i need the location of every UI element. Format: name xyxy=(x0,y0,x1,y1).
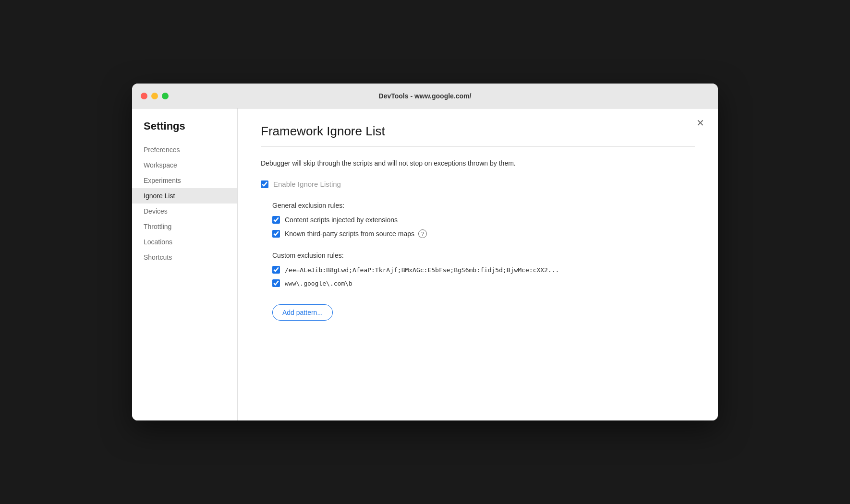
custom-exclusion-section: Custom exclusion rules: /ee=ALeJib:B8gLw… xyxy=(261,252,695,287)
custom-rule-2-checkbox[interactable] xyxy=(272,279,280,287)
maximize-traffic-light[interactable] xyxy=(162,93,169,99)
titlebar-title: DevTools - www.google.com/ xyxy=(379,92,472,100)
sidebar-item-workspace[interactable]: Workspace xyxy=(132,157,237,173)
sidebar-item-ignore-list[interactable]: Ignore List xyxy=(132,188,237,204)
content-scripts-checkbox[interactable] xyxy=(272,216,280,224)
enable-ignore-listing-row: Enable Ignore Listing xyxy=(261,180,695,188)
sidebar-item-shortcuts[interactable]: Shortcuts xyxy=(132,250,237,265)
sidebar-item-devices[interactable]: Devices xyxy=(132,204,237,219)
known-third-party-checkbox[interactable] xyxy=(272,230,280,238)
known-third-party-label[interactable]: Known third-party scripts from source ma… xyxy=(285,229,427,238)
general-exclusion-section: General exclusion rules: Content scripts… xyxy=(261,202,695,238)
devtools-window: DevTools - www.google.com/ Settings Pref… xyxy=(132,84,718,420)
general-exclusion-label: General exclusion rules: xyxy=(272,202,695,209)
content-scripts-label[interactable]: Content scripts injected by extensions xyxy=(285,216,398,224)
window-content: Settings Preferences Workspace Experimen… xyxy=(132,108,718,420)
titlebar: DevTools - www.google.com/ xyxy=(132,84,718,108)
sidebar-item-experiments[interactable]: Experiments xyxy=(132,173,237,188)
sidebar-heading: Settings xyxy=(132,120,237,132)
page-title: Framework Ignore List xyxy=(261,124,695,139)
close-traffic-light[interactable] xyxy=(141,93,147,99)
main-content: ✕ Framework Ignore List Debugger will sk… xyxy=(238,108,718,420)
custom-rule-1-row: /ee=ALeJib:B8gLwd;AfeaP:TkrAjf;BMxAGc:E5… xyxy=(272,266,695,274)
minimize-traffic-light[interactable] xyxy=(151,93,158,99)
custom-rule-1-label[interactable]: /ee=ALeJib:B8gLwd;AfeaP:TkrAjf;BMxAGc:E5… xyxy=(285,266,559,274)
enable-ignore-listing-checkbox[interactable] xyxy=(261,180,268,188)
sidebar-item-throttling[interactable]: Throttling xyxy=(132,219,237,234)
close-button[interactable]: ✕ xyxy=(696,118,704,128)
general-rule-content-scripts: Content scripts injected by extensions xyxy=(272,216,695,224)
enable-ignore-listing-label[interactable]: Enable Ignore Listing xyxy=(273,180,341,188)
custom-exclusion-label: Custom exclusion rules: xyxy=(272,252,695,259)
custom-rule-2-row: www\.google\.com\b xyxy=(272,279,695,287)
divider xyxy=(261,146,695,147)
sidebar: Settings Preferences Workspace Experimen… xyxy=(132,108,238,420)
general-rule-known-third-party: Known third-party scripts from source ma… xyxy=(272,229,695,238)
sidebar-item-locations[interactable]: Locations xyxy=(132,234,237,250)
help-icon[interactable]: ? xyxy=(418,229,427,238)
sidebar-item-preferences[interactable]: Preferences xyxy=(132,142,237,157)
custom-rule-2-label[interactable]: www\.google\.com\b xyxy=(285,280,352,287)
traffic-lights xyxy=(141,93,169,99)
custom-rule-1-checkbox[interactable] xyxy=(272,266,280,274)
description: Debugger will skip through the scripts a… xyxy=(261,158,695,168)
add-pattern-button[interactable]: Add pattern... xyxy=(272,304,333,321)
